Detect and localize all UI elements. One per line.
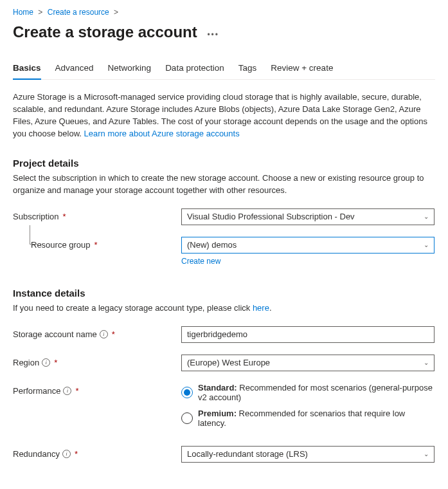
info-icon[interactable]: i bbox=[100, 330, 108, 338]
breadcrumb-home[interactable]: Home bbox=[13, 8, 33, 17]
performance-standard-radio[interactable]: Standard: Recommended for most scenarios… bbox=[181, 383, 435, 402]
breadcrumb: Home > Create a resource > bbox=[13, 8, 435, 17]
redundancy-label: Redundancy i * bbox=[13, 446, 181, 459]
performance-premium-radio[interactable]: Premium: Recommended for scenarios that … bbox=[181, 409, 435, 428]
tab-tags[interactable]: Tags bbox=[238, 59, 257, 79]
tab-advanced[interactable]: Advanced bbox=[55, 59, 94, 79]
project-details-heading: Project details bbox=[13, 158, 435, 169]
tab-basics[interactable]: Basics bbox=[13, 59, 41, 79]
tabs-bar: Basics Advanced Networking Data protecti… bbox=[13, 59, 435, 80]
breadcrumb-create-resource[interactable]: Create a resource bbox=[48, 8, 109, 17]
storage-account-name-input[interactable] bbox=[181, 326, 435, 343]
chevron-right-icon: > bbox=[38, 8, 42, 17]
tab-review-create[interactable]: Review + create bbox=[271, 59, 333, 79]
chevron-down-icon: ⌄ bbox=[424, 449, 429, 459]
legacy-text: If you need to create a legacy storage a… bbox=[13, 302, 435, 315]
required-indicator: * bbox=[75, 449, 78, 459]
storage-account-name-label: Storage account name i * bbox=[13, 326, 181, 339]
tab-networking[interactable]: Networking bbox=[108, 59, 152, 79]
project-details-desc: Select the subscription in which to crea… bbox=[13, 172, 435, 197]
intro-text: Azure Storage is a Microsoft-managed ser… bbox=[13, 91, 435, 140]
performance-label: Performance i * bbox=[13, 383, 181, 396]
required-indicator: * bbox=[94, 240, 98, 250]
page-title: Create a storage account bbox=[13, 23, 197, 41]
chevron-right-icon: > bbox=[114, 8, 118, 17]
required-indicator: * bbox=[63, 212, 66, 221]
region-label: Region i * bbox=[13, 355, 181, 367]
more-icon[interactable]: ••• bbox=[207, 30, 219, 39]
subscription-label: Subscription * bbox=[13, 208, 181, 221]
tree-connector-icon bbox=[30, 225, 37, 244]
instance-details-heading: Instance details bbox=[13, 288, 435, 299]
chevron-down-icon: ⌄ bbox=[424, 358, 429, 368]
redundancy-select[interactable]: Locally-redundant storage (LRS) ⌄ bbox=[181, 446, 435, 463]
create-new-rg-link[interactable]: Create new bbox=[181, 257, 220, 266]
radio-icon bbox=[181, 387, 193, 398]
chevron-down-icon: ⌄ bbox=[424, 212, 429, 222]
region-select[interactable]: (Europe) West Europe ⌄ bbox=[181, 355, 435, 371]
resource-group-select[interactable]: (New) demos ⌄ bbox=[181, 237, 435, 254]
radio-icon bbox=[181, 412, 193, 424]
resource-group-label: Resource group * bbox=[13, 237, 181, 250]
learn-more-link[interactable]: Learn more about Azure storage accounts bbox=[84, 129, 240, 138]
info-icon[interactable]: i bbox=[62, 450, 71, 458]
subscription-select[interactable]: Visual Studio Professional Subscription … bbox=[181, 208, 435, 225]
performance-premium-label: Premium: Recommended for scenarios that … bbox=[198, 409, 435, 428]
info-icon[interactable]: i bbox=[42, 358, 50, 367]
required-indicator: * bbox=[54, 358, 57, 367]
tab-data-protection[interactable]: Data protection bbox=[165, 59, 224, 79]
chevron-down-icon: ⌄ bbox=[424, 240, 429, 250]
title-row: Create a storage account ••• bbox=[13, 23, 435, 44]
legacy-here-link[interactable]: here bbox=[253, 303, 269, 313]
required-indicator: * bbox=[75, 386, 78, 396]
required-indicator: * bbox=[112, 329, 115, 339]
performance-standard-label: Standard: Recommended for most scenarios… bbox=[198, 383, 435, 402]
info-icon[interactable]: i bbox=[63, 387, 71, 395]
